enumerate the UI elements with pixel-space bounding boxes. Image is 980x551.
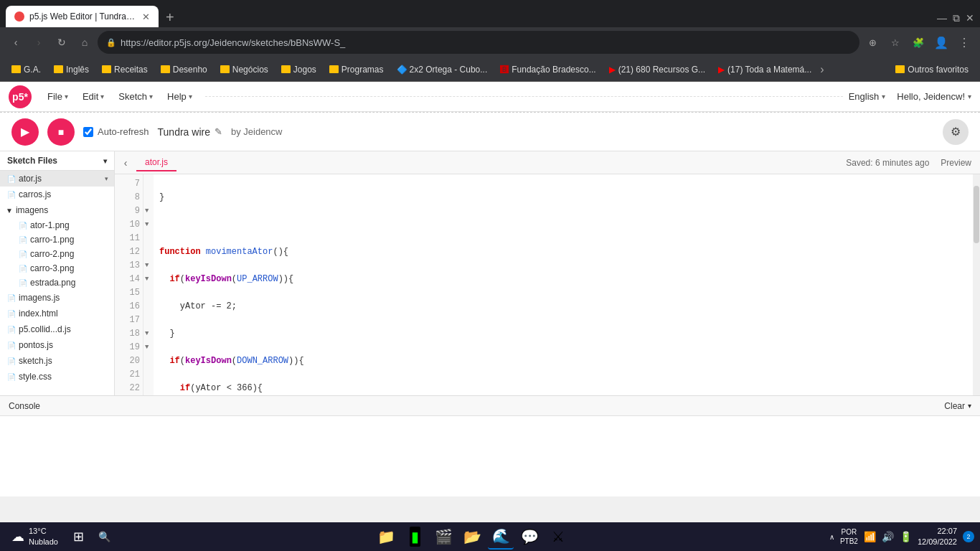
- sidebar-item-p5collide[interactable]: 📄 p5.collid...d.js: [0, 321, 114, 337]
- fold-18[interactable]: ▼: [145, 327, 152, 341]
- fold-19[interactable]: ▼: [145, 341, 152, 354]
- taskbar-app-terminal[interactable]: ▮: [402, 524, 428, 550]
- lens-button[interactable]: ⊕: [862, 32, 882, 52]
- auto-refresh-label[interactable]: Auto-refresh: [83, 126, 149, 137]
- fold-14[interactable]: ▼: [145, 273, 152, 286]
- sidebar-folder-imagens[interactable]: ▼ imagens: [0, 202, 114, 218]
- sidebar-item-indexhtml[interactable]: 📄 index.html: [0, 306, 114, 321]
- scrollbar-thumb[interactable]: [974, 186, 979, 243]
- editor-scrollbar[interactable]: [973, 174, 980, 395]
- bookmark-outros[interactable]: Outros favoritos: [890, 62, 974, 77]
- auto-refresh-checkbox[interactable]: [83, 127, 93, 137]
- code-tab-atorjs-label: ator.js: [145, 157, 168, 167]
- bookmark-desenho[interactable]: Desenho: [155, 62, 213, 77]
- address-bar[interactable]: 🔒 https://editor.p5js.org/Jeidencw/sketc…: [98, 31, 859, 54]
- sidebar-item-carrosjs[interactable]: 📄 carros.js: [0, 187, 114, 202]
- profile-button[interactable]: 👤: [931, 32, 951, 52]
- sidebar-item-imagensjs[interactable]: 📄 imagens.js: [0, 290, 114, 306]
- fold-13[interactable]: ▼: [145, 259, 152, 273]
- taskbar-search-button[interactable]: 🔍: [94, 526, 116, 547]
- bookmark-ingles[interactable]: Inglês: [48, 62, 95, 77]
- bookmark-desenho-label: Desenho: [173, 65, 207, 75]
- weather-widget[interactable]: ☁ 13°C Nublado: [6, 526, 64, 548]
- code-back-button[interactable]: ‹: [118, 155, 133, 171]
- locale-display[interactable]: POR PTB2: [840, 527, 858, 546]
- bookmark-yt1[interactable]: ▶ (21) 680 Recursos G...: [603, 62, 711, 77]
- language-selector[interactable]: English ▾: [849, 91, 886, 102]
- code-tab-atorjs[interactable]: ator.js: [136, 154, 176, 171]
- taskbar-app-video[interactable]: 🎬: [430, 524, 456, 550]
- sidebar-item-carro1png[interactable]: 📄 carro-1.png: [0, 232, 114, 247]
- taskbar-app-folder[interactable]: 📂: [459, 524, 485, 550]
- notification-badge[interactable]: 2: [963, 531, 974, 542]
- bookmark-jogos[interactable]: Jogos: [275, 62, 322, 77]
- sidebar-item-pontosjs[interactable]: 📄 pontos.js: [0, 337, 114, 353]
- star-button[interactable]: ☆: [885, 32, 905, 52]
- sidebar-item-atorjs[interactable]: 📄 ator.js ▾: [0, 171, 114, 187]
- sidebar-item-ator1png[interactable]: 📄 ator-1.png: [0, 218, 114, 232]
- extension-button[interactable]: 🧩: [908, 32, 928, 52]
- bookmark-bradesco[interactable]: 🅱 Fundação Bradesco...: [494, 62, 601, 77]
- indexhtml-label: index.html: [19, 309, 58, 319]
- bookmark-ortega[interactable]: 🔷 2x2 Ortega - Cubo...: [391, 62, 494, 77]
- wifi-icon[interactable]: 📶: [864, 531, 876, 542]
- atorjs-dropdown-icon[interactable]: ▾: [105, 175, 108, 182]
- code-editor-panel: ‹ ator.js Saved: 6 minutes ago Preview 7…: [115, 151, 980, 395]
- sidebar: Sketch Files ▾ 📄 ator.js ▾ 📄 carros.js ▼…: [0, 151, 115, 395]
- imagens-label: imagens: [16, 205, 48, 215]
- sketch-edit-icon[interactable]: ✎: [215, 126, 222, 137]
- menu-button[interactable]: ⋮: [954, 32, 974, 52]
- clock-display[interactable]: 22:07 12/09/2022: [918, 526, 957, 548]
- line-num-9: 9: [118, 204, 140, 218]
- bookmark-receitas[interactable]: Receitas: [96, 62, 154, 77]
- fold-16: [145, 300, 152, 314]
- settings-button[interactable]: ⚙: [943, 119, 969, 145]
- tray-chevron[interactable]: ∧: [829, 533, 834, 541]
- fold-9[interactable]: ▼: [145, 204, 152, 218]
- user-greeting[interactable]: Hello, Jeidencw! ▾: [897, 91, 971, 102]
- folder-icon: [895, 65, 905, 73]
- menu-help[interactable]: Help ▾: [160, 87, 199, 106]
- code-line-13: if(keyIsDown(DOWN_ARROW)){: [159, 354, 967, 368]
- reload-button[interactable]: ↻: [52, 32, 72, 52]
- sidebar-item-stylecss[interactable]: 📄 style.css: [0, 369, 114, 385]
- play-button[interactable]: ▶: [11, 118, 39, 146]
- menu-file[interactable]: File ▾: [40, 87, 75, 106]
- home-button[interactable]: ⌂: [75, 32, 95, 52]
- start-button[interactable]: ⊞: [67, 524, 91, 549]
- bookmark-negocios[interactable]: Negócios: [215, 62, 274, 77]
- bookmark-yt2[interactable]: ▶ (17) Toda a Matemá...: [712, 62, 817, 77]
- sidebar-item-carro2png[interactable]: 📄 carro-2.png: [0, 247, 114, 261]
- sidebar-item-sketchjs[interactable]: 📄 sketch.js: [0, 353, 114, 369]
- close-icon[interactable]: ✕: [966, 12, 974, 24]
- sidebar-item-estradapng[interactable]: 📄 estrada.png: [0, 276, 114, 290]
- battery-icon[interactable]: 🔋: [900, 531, 912, 542]
- menu-edit[interactable]: Edit ▾: [75, 87, 111, 106]
- taskbar-app-discord[interactable]: 💬: [517, 524, 542, 550]
- console-title-label: Console: [9, 401, 40, 411]
- line-num-14: 14: [118, 273, 140, 286]
- browser-tab[interactable]: p5.js Web Editor | Tundra wire ✕: [6, 6, 159, 27]
- bookmarks-bar: G.A. Inglês Receitas Desenho Negócios Jo…: [0, 57, 980, 82]
- bookmark-programas[interactable]: Programas: [324, 62, 390, 77]
- volume-icon[interactable]: 🔊: [882, 531, 894, 542]
- fold-10[interactable]: ▼: [145, 218, 152, 232]
- taskbar-app-files[interactable]: 📁: [373, 524, 399, 550]
- code-text[interactable]: } function movimentaAtor(){ if(keyIsDown…: [154, 174, 973, 395]
- taskbar-app-lol[interactable]: ⚔: [545, 524, 571, 550]
- sidebar-item-carro3png[interactable]: 📄 carro-3.png: [0, 261, 114, 276]
- folder-icon: [161, 65, 170, 73]
- forward-nav-button[interactable]: ›: [29, 32, 49, 52]
- back-nav-button[interactable]: ‹: [6, 32, 26, 52]
- bookmark-ga[interactable]: G.A.: [6, 62, 47, 77]
- sidebar-chevron-icon[interactable]: ▾: [103, 157, 107, 165]
- minimize-icon[interactable]: —: [937, 12, 947, 24]
- new-tab-button[interactable]: +: [161, 9, 179, 26]
- taskbar-app-edge[interactable]: 🌊: [488, 524, 514, 550]
- menu-sketch[interactable]: Sketch ▾: [111, 87, 160, 106]
- console-clear-button[interactable]: Clear ▾: [944, 401, 971, 411]
- bookmarks-more-icon[interactable]: ›: [820, 63, 824, 76]
- stop-button[interactable]: ■: [47, 118, 75, 146]
- maximize-icon[interactable]: ⧉: [953, 12, 960, 24]
- tab-close-icon[interactable]: ✕: [142, 11, 150, 22]
